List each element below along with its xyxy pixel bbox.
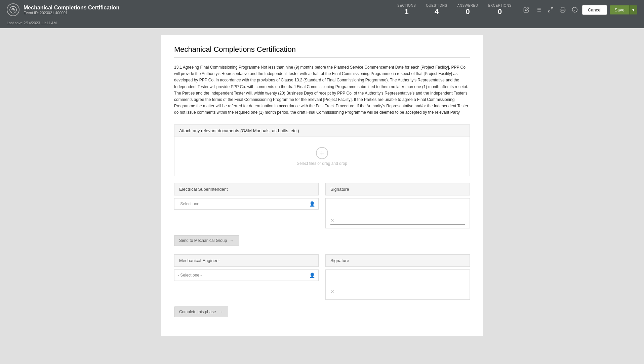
main-content: Mechanical Completions Certification 13.… <box>161 35 483 336</box>
person-icon: 👤 <box>309 201 315 207</box>
sig-label-1: Signature <box>325 183 470 195</box>
sig-label-2: Signature <box>325 254 470 267</box>
save-dropdown-button[interactable]: ▾ <box>629 5 637 14</box>
header-stats: SECTIONS 1 QUESTIONS 4 ANSWERED 0 EXCEPT… <box>397 4 637 16</box>
complete-arrow-icon: → <box>218 309 223 315</box>
mechanical-engineer-select[interactable]: - Select one - 👤 <box>174 269 319 281</box>
header-left: Mechanical Completions Certification Eve… <box>7 3 119 16</box>
sections-stat: SECTIONS 1 <box>397 4 416 16</box>
electrical-super-left: Electrical Superintendent - Select one -… <box>174 183 319 228</box>
app-title: Mechanical Completions Certification <box>24 5 119 11</box>
electrical-super-label: Electrical Superintendent <box>174 183 319 195</box>
person-icon-2: 👤 <box>309 272 315 278</box>
header-actions: Cancel Save ▾ <box>522 5 637 15</box>
dropzone-text: Select files or drag and drop <box>297 161 347 166</box>
signature-line-1: ✕ <box>330 218 465 225</box>
attach-section: Attach any relevant documents (O&M Manua… <box>174 124 470 176</box>
mechanical-engineer-row: Mechanical Engineer - Select one - 👤 Sig… <box>174 254 470 300</box>
electrical-super-row: Electrical Superintendent - Select one -… <box>174 183 470 228</box>
list-button[interactable] <box>534 5 543 14</box>
clear-sig-icon-1: ✕ <box>330 218 334 223</box>
event-id: Event ID: 2023021 400001 <box>24 11 119 15</box>
header: Mechanical Completions Certification Eve… <box>0 0 644 20</box>
send-to-mechanical-button[interactable]: Send to Mechanical Group → <box>174 235 239 246</box>
expand-button[interactable] <box>546 5 555 14</box>
app-logo-icon <box>7 3 19 16</box>
answered-stat: ANSWERED 0 <box>457 4 478 16</box>
edit-button[interactable] <box>522 5 531 14</box>
save-group: Save ▾ <box>610 5 637 14</box>
info-button[interactable] <box>570 5 579 14</box>
save-button[interactable]: Save <box>610 5 629 14</box>
header-title-group: Mechanical Completions Certification Eve… <box>24 5 119 15</box>
cancel-button[interactable]: Cancel <box>582 5 607 15</box>
mechanical-engineer-sig-right: Signature ✕ <box>325 254 470 300</box>
print-button[interactable] <box>558 5 567 14</box>
mechanical-engineer-label: Mechanical Engineer <box>174 254 319 267</box>
file-dropzone[interactable]: + Select files or drag and drop <box>174 137 470 176</box>
signature-box-2[interactable]: ✕ <box>325 269 470 300</box>
page-title: Mechanical Completions Certification <box>174 45 470 58</box>
clear-sig-icon-2: ✕ <box>330 289 334 294</box>
electrical-super-placeholder: - Select one - <box>178 202 202 206</box>
add-file-icon: + <box>316 147 328 159</box>
mechanical-engineer-left: Mechanical Engineer - Select one - 👤 <box>174 254 319 300</box>
send-btn-label: Send to Mechanical Group <box>179 238 227 243</box>
svg-rect-10 <box>561 10 564 12</box>
mechanical-engineer-placeholder: - Select one - <box>178 273 202 278</box>
signature-box-1[interactable]: ✕ <box>325 198 470 228</box>
svg-line-9 <box>548 10 550 12</box>
sub-header: Last save 2/14/2023 11:11 AM <box>0 20 644 28</box>
svg-line-8 <box>551 7 553 9</box>
exceptions-stat: EXCEPTIONS 0 <box>488 4 511 16</box>
electrical-super-sig-right: Signature ✕ <box>325 183 470 228</box>
signature-line-2: ✕ <box>330 289 465 296</box>
svg-point-1 <box>12 9 14 10</box>
body-text: 13.1 Agreeing Final Commissioning Progra… <box>174 64 470 116</box>
send-arrow-icon: → <box>230 238 234 243</box>
complete-btn-label: Complete this phase <box>179 310 216 314</box>
electrical-super-select[interactable]: - Select one - 👤 <box>174 198 319 210</box>
complete-phase-button[interactable]: Complete this phase → <box>174 306 228 317</box>
attach-header: Attach any relevant documents (O&M Manua… <box>174 125 470 137</box>
questions-stat: QUESTIONS 4 <box>426 4 447 16</box>
